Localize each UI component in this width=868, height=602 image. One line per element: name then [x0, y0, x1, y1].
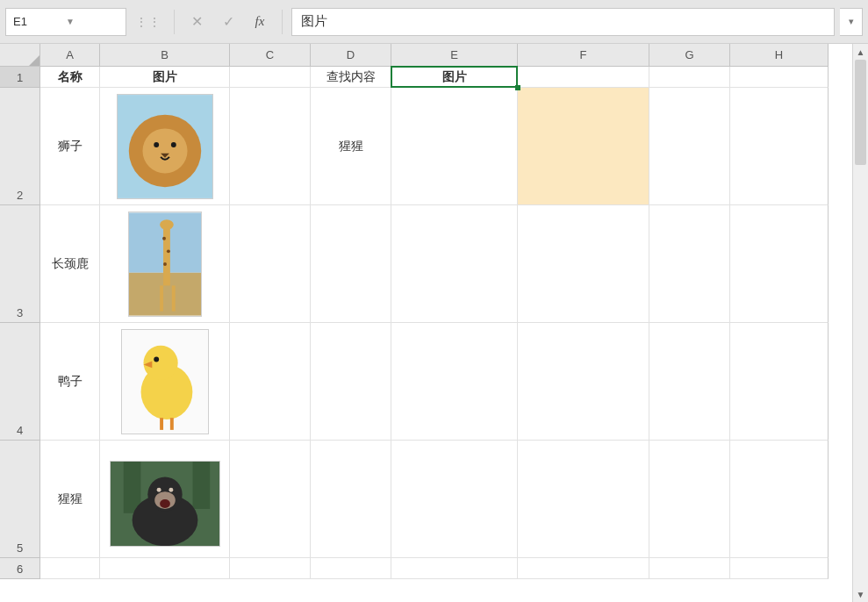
row-header-1[interactable]: 1: [0, 67, 40, 88]
cell-F2[interactable]: [518, 88, 649, 205]
cell-H1[interactable]: [730, 67, 829, 88]
grid-area: A B C D E F G H 1 2 3 4 5 6: [0, 44, 868, 602]
col-header-B[interactable]: B: [100, 44, 230, 67]
cell-H5[interactable]: [730, 441, 829, 558]
col-header-D[interactable]: D: [311, 44, 391, 67]
cell-G5[interactable]: [649, 441, 730, 558]
row-header-3[interactable]: 3: [0, 205, 40, 323]
cell-B3[interactable]: [100, 205, 230, 323]
col-header-H[interactable]: H: [730, 44, 829, 67]
cell-D6[interactable]: [311, 558, 391, 579]
drag-handle-icon[interactable]: ⋮⋮: [132, 15, 165, 29]
cell-E4[interactable]: [391, 323, 518, 441]
cell-B5[interactable]: [100, 441, 230, 558]
cell-H6[interactable]: [730, 558, 829, 579]
row-header-6[interactable]: 6: [0, 558, 40, 579]
cell-G2[interactable]: [649, 88, 730, 205]
cell-A6[interactable]: [40, 558, 100, 579]
cell-C5[interactable]: [230, 441, 311, 558]
cell-F1[interactable]: [518, 67, 649, 88]
col-header-G[interactable]: G: [649, 44, 730, 67]
cell-E1[interactable]: 图片: [391, 67, 518, 88]
cells-container: 名称 图片 查找内容 图片 狮子: [40, 67, 852, 602]
spreadsheet-app: E1 ▼ ⋮⋮ ✕ ✓ fx 图片 ▾ A B C D E F G: [0, 0, 868, 602]
lion-image[interactable]: [117, 94, 213, 199]
cell-F5[interactable]: [518, 441, 649, 558]
cell-C3[interactable]: [230, 205, 311, 323]
insert-function-button[interactable]: fx: [247, 9, 273, 35]
cell-A4[interactable]: 鸭子: [40, 323, 100, 441]
row-header-2[interactable]: 2: [0, 88, 40, 205]
svg-rect-22: [192, 461, 210, 508]
row-header-4[interactable]: 4: [0, 323, 40, 441]
name-box-value: E1: [13, 15, 66, 28]
cell-C1[interactable]: [230, 67, 311, 88]
cell-B4[interactable]: [100, 323, 230, 441]
cell-A3[interactable]: 长颈鹿: [40, 205, 100, 323]
cell-H4[interactable]: [730, 323, 829, 441]
scroll-down-button[interactable]: ▼: [853, 586, 868, 602]
cell-D5[interactable]: [311, 441, 391, 558]
cell-E2[interactable]: [391, 88, 518, 205]
formula-input[interactable]: 图片: [291, 8, 835, 36]
col-header-F[interactable]: F: [518, 44, 649, 67]
triangle-icon: [27, 54, 39, 66]
scroll-up-button[interactable]: ▲: [853, 44, 868, 60]
enter-button[interactable]: ✓: [215, 9, 241, 35]
scrollbar-thumb[interactable]: [855, 60, 866, 165]
scrollbar-track[interactable]: [853, 60, 868, 586]
cell-B2[interactable]: [100, 88, 230, 205]
cell-D1[interactable]: 查找内容: [311, 67, 391, 88]
cell-G4[interactable]: [649, 323, 730, 441]
table-row: 猩猩: [40, 441, 852, 558]
cell-A1[interactable]: 名称: [40, 67, 100, 88]
chevron-down-icon: ▼: [66, 17, 118, 26]
col-header-A[interactable]: A: [40, 44, 100, 67]
column-headers: A B C D E F G H: [40, 44, 852, 67]
cell-A5[interactable]: 猩猩: [40, 441, 100, 558]
col-header-C[interactable]: C: [230, 44, 311, 67]
cell-C4[interactable]: [230, 323, 311, 441]
name-box[interactable]: E1 ▼: [5, 8, 126, 36]
svg-rect-19: [169, 418, 173, 430]
cell-A2[interactable]: 狮子: [40, 88, 100, 205]
row-header-5[interactable]: 5: [0, 441, 40, 558]
cell-G6[interactable]: [649, 558, 730, 579]
cell-C6[interactable]: [230, 558, 311, 579]
cell-G3[interactable]: [649, 205, 730, 323]
giraffe-image[interactable]: [128, 211, 202, 317]
cell-F6[interactable]: [518, 558, 649, 579]
cell-E5[interactable]: [391, 441, 518, 558]
gorilla-image[interactable]: [110, 461, 220, 547]
cell-H3[interactable]: [730, 205, 829, 323]
cell-C2[interactable]: [230, 88, 311, 205]
cell-B1[interactable]: 图片: [100, 67, 230, 88]
cell-H2[interactable]: [730, 88, 829, 205]
row-headers: 1 2 3 4 5 6: [0, 67, 40, 602]
spreadsheet-grid[interactable]: A B C D E F G H 1 2 3 4 5 6: [0, 44, 852, 602]
cell-E6[interactable]: [391, 558, 518, 579]
cell-E3[interactable]: [391, 205, 518, 323]
cell-G1[interactable]: [649, 67, 730, 88]
svg-point-2: [142, 128, 187, 173]
cell-F3[interactable]: [518, 205, 649, 323]
formula-expand-button[interactable]: ▾: [840, 8, 863, 36]
cell-D3[interactable]: [311, 205, 391, 323]
cell-F4[interactable]: [518, 323, 649, 441]
cell-D4[interactable]: [311, 323, 391, 441]
check-icon: ✓: [223, 13, 234, 30]
cancel-icon: ✕: [191, 13, 203, 30]
vertical-scrollbar[interactable]: ▲ ▼: [852, 44, 868, 602]
svg-point-8: [160, 219, 174, 230]
divider: [174, 10, 175, 34]
duckling-image[interactable]: [121, 329, 209, 434]
cell-B6[interactable]: [100, 558, 230, 579]
svg-point-3: [154, 142, 159, 147]
cancel-button[interactable]: ✕: [183, 9, 210, 35]
cell-D2[interactable]: 猩猩: [311, 88, 391, 205]
select-all-corner[interactable]: [0, 44, 40, 67]
table-row: 鸭子: [40, 323, 852, 441]
col-header-E[interactable]: E: [391, 44, 518, 67]
svg-point-11: [162, 236, 166, 240]
svg-rect-10: [171, 285, 175, 311]
